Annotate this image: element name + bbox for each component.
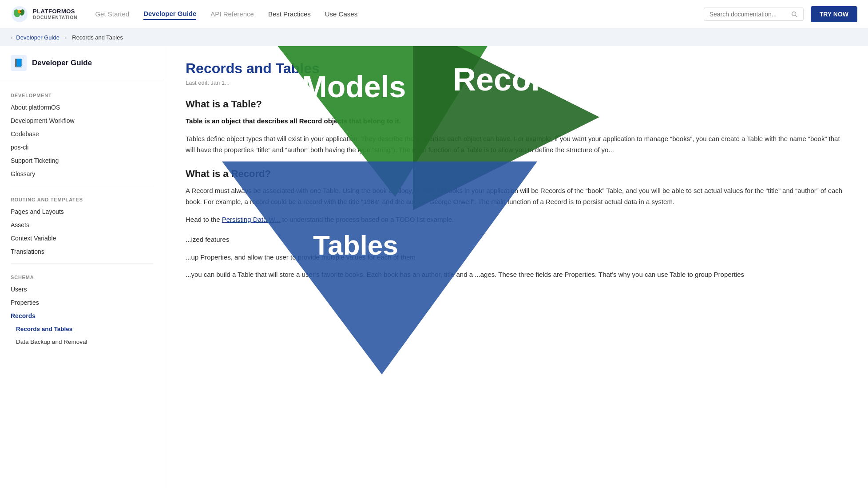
layout: 📘 Developer Guide DEVELOPMENT About plat… [0, 46, 868, 488]
sidebar-item-glossary[interactable]: Glossary [0, 167, 164, 181]
sidebar: 📘 Developer Guide DEVELOPMENT About plat… [0, 46, 164, 488]
sidebar-item-translations[interactable]: Translations [0, 245, 164, 258]
header: platformOS DOCUMENTATION Get Started Dev… [0, 0, 868, 28]
search-area[interactable] [704, 8, 804, 21]
nav-api-reference[interactable]: API Reference [210, 8, 254, 20]
sidebar-section-routing: ROUTING AND TEMPLATES [0, 192, 164, 205]
sidebar-item-records[interactable]: Records [0, 309, 164, 323]
sidebar-item-codebase[interactable]: Codebase [0, 127, 164, 141]
extra-1: ...ized features [186, 234, 847, 245]
nav-best-practices[interactable]: Best Practices [268, 8, 311, 20]
svg-text:Schemas: Schemas [240, 311, 329, 334]
main-content: Records and Tables Last edit: Jan 1... W… [164, 46, 868, 488]
svg-point-4 [20, 10, 21, 12]
sidebar-item-records-tables[interactable]: Records and Tables [0, 323, 164, 335]
persisting-data-link[interactable]: Persisting Data W... [222, 216, 281, 223]
logo-icon [11, 5, 28, 23]
sidebar-header-icon: 📘 [11, 55, 27, 71]
sidebar-item-assets[interactable]: Assets [0, 218, 164, 232]
sidebar-item-context[interactable]: Context Variable [0, 232, 164, 245]
sidebar-section-schema: SCHEMA [0, 269, 164, 283]
sidebar-divider-2 [11, 264, 153, 264]
breadcrumb-home: › [11, 34, 12, 41]
sidebar-header: 📘 Developer Guide [0, 55, 164, 80]
extra-2: ...up Properties, and allow the user to … [186, 252, 847, 263]
record-description: A Record must always be associated with … [186, 185, 847, 208]
nav-use-cases[interactable]: Use Cases [325, 8, 357, 20]
last-edit: Last edit: Jan 1... [186, 79, 847, 86]
nav-developer-guide[interactable]: Developer Guide [143, 8, 196, 20]
sidebar-item-about[interactable]: About platformOS [0, 101, 164, 114]
breadcrumb-sep: › [65, 34, 67, 41]
table-definition: Table is an object that describes all Re… [186, 115, 847, 127]
sidebar-divider-1 [11, 186, 153, 186]
svg-text:Model: Model [240, 285, 299, 308]
logo-area[interactable]: platformOS DOCUMENTATION [11, 5, 77, 23]
diagram-svg: Models Records Tables Model Schemas [200, 46, 599, 374]
nav-get-started[interactable]: Get Started [95, 8, 129, 20]
logo-sub: DOCUMENTATION [33, 15, 77, 20]
sidebar-item-properties[interactable]: Properties [0, 296, 164, 309]
sidebar-item-users[interactable]: Users [0, 283, 164, 296]
diagram-overlay: Models Records Tables Model Schemas [164, 46, 868, 488]
sidebar-item-support[interactable]: Support Ticketing [0, 154, 164, 167]
sidebar-item-dev-workflow[interactable]: Development Workflow [0, 114, 164, 127]
page-title: Records and Tables [186, 60, 847, 77]
sidebar-item-data-backup[interactable]: Data Backup and Removal [0, 335, 164, 348]
extra-3: ...you can build a Table that will store… [186, 269, 847, 280]
table-description: Tables define object types that will exi… [186, 133, 847, 156]
sidebar-title: Developer Guide [32, 59, 92, 67]
logo-name: platformOS [33, 8, 77, 15]
sidebar-section-development: DEVELOPMENT [0, 87, 164, 101]
main-nav: Get Started Developer Guide API Referenc… [95, 8, 703, 20]
record-link-line: Head to the Persisting Data W... to unde… [186, 214, 847, 225]
search-icon [791, 11, 797, 18]
sidebar-item-pos-cli[interactable]: pos-cli [0, 141, 164, 154]
breadcrumb-developer-guide[interactable]: Developer Guide [16, 34, 59, 41]
sidebar-item-pages[interactable]: Pages and Layouts [0, 205, 164, 218]
breadcrumb-bar: › Developer Guide › Records and Tables [0, 28, 868, 46]
try-now-button[interactable]: TRY NOW [811, 6, 857, 22]
search-input[interactable] [709, 11, 788, 18]
svg-line-6 [796, 15, 797, 17]
breadcrumb-current: Records and Tables [72, 34, 123, 41]
section-what-is-table: What is a Table? [186, 98, 847, 110]
section-what-is-record: What is a Record? [186, 168, 847, 180]
